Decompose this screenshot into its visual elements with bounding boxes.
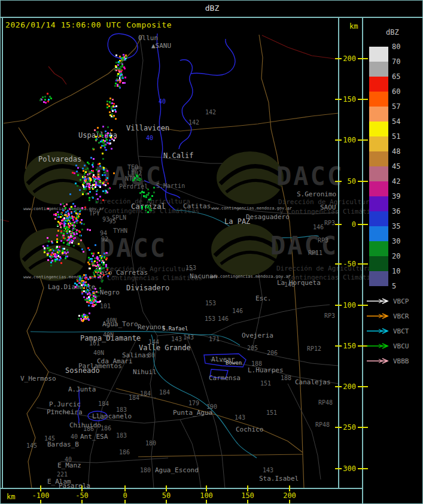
map-label: 145 <box>26 442 37 449</box>
colorbar-value: 30 <box>392 237 400 245</box>
legend-station-arrow: VBBB <box>367 357 409 365</box>
colorbar-value: 51 <box>392 132 400 141</box>
map-label: A.Junta <box>68 385 96 393</box>
map-label: 142 <box>188 119 199 126</box>
legend-station-arrow: VBCR <box>367 312 409 320</box>
map-label: RP3 <box>324 220 335 226</box>
right-axis-unit: km <box>349 22 358 31</box>
map-label: Canalejas <box>295 378 331 386</box>
colorbar-block <box>369 122 388 136</box>
map-label: 143 <box>171 336 182 342</box>
dacc-watermark: DACCDirección de Agriculturay Contingenc… <box>210 223 382 281</box>
legend-station-code: VBCR <box>393 312 409 320</box>
map-label: S.Martin <box>156 183 185 189</box>
map-label: 179 <box>188 400 199 406</box>
map-label: Nacunan <box>190 272 217 280</box>
map-label: 151 <box>266 409 277 416</box>
legend-station-code: VBCP <box>393 297 409 305</box>
colorbar-block <box>369 107 388 122</box>
map-label: Ant_ESA <box>80 433 108 441</box>
colorbar-value: 20 <box>392 252 400 260</box>
radar-map-canvas[interactable]: DACCDirección de Agriculturay Contingenc… <box>1 1 423 504</box>
bottom-axis-tick-label: 50 <box>162 491 171 500</box>
route-line <box>180 420 201 488</box>
colorbar-block <box>369 256 388 271</box>
map-label: E_Manz <box>57 462 81 469</box>
map-label: 142 <box>205 109 216 116</box>
map-label: 40 <box>71 433 78 440</box>
map-label: L.Huarpes <box>248 366 284 374</box>
right-axis-tick-label: 0 <box>352 220 356 229</box>
map-label: 143 <box>183 334 194 341</box>
map-label: 143 <box>263 467 273 473</box>
map-label: 146 <box>313 224 324 230</box>
map-label: 188 <box>281 375 291 381</box>
dacc-watermark: DACCDirección de Agriculturay Contingenc… <box>211 151 382 215</box>
colorbar-value: 65 <box>392 72 400 81</box>
map-label: 40N <box>103 332 114 338</box>
colorbar-block <box>369 271 388 286</box>
map-label: TYHN <box>113 227 127 234</box>
map-label: 180 <box>140 467 151 473</box>
colorbar-value: 5 <box>392 282 396 290</box>
map-label: 40 <box>159 98 166 105</box>
watermark-url: www.contingencias.mendoza.gov.ar <box>210 274 291 279</box>
station-arrow-legend: VBCPVBCRVBCTVBCUVBBB <box>367 297 409 365</box>
colorbar-block <box>369 181 388 196</box>
radar-app-window: dBZ 2026/01/14 15:06:00 UTC Composite <box>0 0 423 504</box>
colorbar-block <box>369 47 388 62</box>
map-label: 80 <box>148 352 155 359</box>
map-label: 184 <box>129 394 139 401</box>
colorbar-value: 10 <box>392 267 400 275</box>
map-label: S.Rafael <box>162 326 188 332</box>
map-label: 143 <box>235 414 245 421</box>
legend-station-arrow: VBCT <box>367 327 409 335</box>
map-label: 186 <box>101 425 111 432</box>
bottom-axis-tick-label: -50 <box>75 491 89 500</box>
map-label: 184 <box>159 389 170 396</box>
map-label: RP3 <box>318 237 328 244</box>
river-dark <box>151 335 257 458</box>
right-axis-tick-label: 200 <box>343 54 356 63</box>
map-label: Ollun <box>138 34 158 42</box>
colorbar-title: dBZ <box>386 28 399 37</box>
map-label: 153 <box>185 265 196 271</box>
map-label: Bowen <box>226 360 242 366</box>
map-label: RP11 <box>308 250 322 256</box>
bottom-axis-tick-label: -100 <box>32 491 50 500</box>
red-border <box>48 66 66 84</box>
map-label: Sta.Isabel <box>259 475 299 482</box>
province-border <box>157 113 339 131</box>
colorbar-value: 35 <box>392 222 400 230</box>
map-label: RP3 <box>324 312 335 319</box>
map-label: RP48 <box>318 399 333 406</box>
map-label: Esc. <box>255 294 272 302</box>
legend-station-code: VBCU <box>393 342 409 350</box>
map-label: 40N <box>106 317 117 324</box>
right-axis-tick-label: 150 <box>343 95 356 104</box>
province-border <box>138 454 303 457</box>
map-label: Catitas <box>183 202 211 210</box>
map-label: 146 <box>218 315 229 322</box>
map-label: 151 <box>260 380 271 387</box>
legend-station-arrow: VBCU <box>367 342 409 350</box>
map-label: 101 <box>89 340 100 347</box>
colorbar-value: 57 <box>392 102 400 111</box>
colorbar-value: 45 <box>392 162 400 171</box>
colorbar-value: 42 <box>392 177 400 186</box>
map-label: Carmensa <box>209 374 241 382</box>
map-label: 183 <box>116 432 127 439</box>
map-label: 184 <box>98 400 109 407</box>
watermark-url: www.contingencias.mendoza.gov.ar <box>211 206 292 211</box>
map-label: 205 <box>247 345 258 351</box>
colorbar-value: 70 <box>392 57 400 66</box>
map-label: RP48 <box>315 421 330 428</box>
colorbar-block <box>369 77 388 92</box>
map-label: N.Calif <box>163 151 194 160</box>
map-label: TPY <box>89 210 100 217</box>
map-label: Punta_Agua <box>173 409 212 417</box>
bottom-axis-tick-label: 0 <box>123 491 127 500</box>
colorbar-block <box>369 196 388 211</box>
map-label: Nihuil <box>133 368 157 376</box>
legend-station-code: VBBB <box>393 357 409 365</box>
